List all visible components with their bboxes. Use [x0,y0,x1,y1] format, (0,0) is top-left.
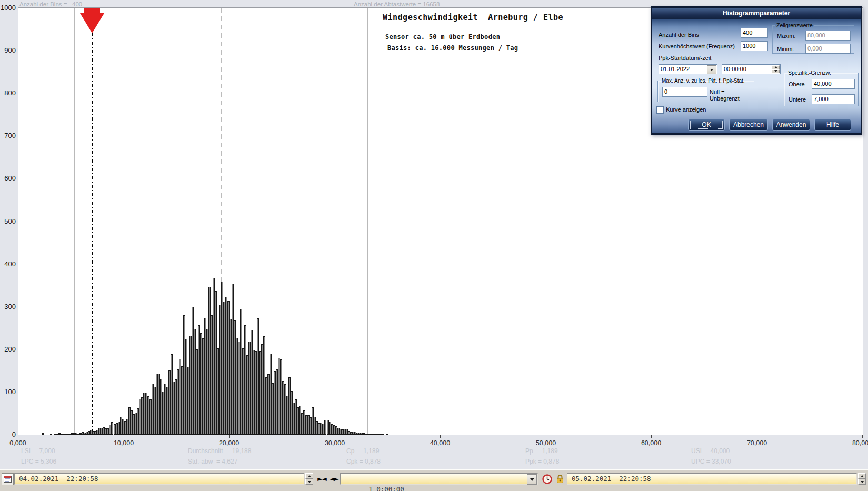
max-points-group-title: Max. Anz. v. zu les. Pkt. f. Ppk-Stat. [660,78,746,84]
y-axis-tick-label: 0 [0,430,16,438]
stat-value: Pp = 1,189 [525,447,558,455]
y-axis-tick-label: 600 [0,174,16,182]
arrows-outward-icon: ◄► [330,475,338,483]
end-datetime-field[interactable]: 05.02.2021 22:20:58 [567,473,857,485]
refline-lpc [74,8,75,435]
lower-limit-label: Untere [789,96,806,103]
spec-limits-group: Spezifik.-Grenzw. Obere 40,000 Untere 7,… [784,69,859,106]
x-axis-tick-label: 30,000 [316,439,353,447]
interval-dropdown-button[interactable] [527,474,537,485]
lock-button[interactable] [555,474,565,484]
chevron-down-icon [530,478,534,481]
x-axis-tick-label: 60,000 [633,439,670,447]
x-axis-tick [546,435,546,438]
histogram-parameter-dialog[interactable]: Histogrammparameter Anzahl der Bins 400 … [651,6,862,135]
x-axis-tick-label: 10,000 [105,439,142,447]
start-datetime-spinner[interactable] [305,473,313,485]
samples-count-label: Anzahl der Abtastwerte = 16658 [354,1,440,7]
minim-label: Minim. [777,46,794,52]
y-axis-tick-label: 700 [0,132,16,139]
stat-value: Durchschnitt = 19,188 [188,447,251,455]
zoom-out-range-button[interactable]: ◄► [328,474,340,484]
cell-limits-group-title: Zellgrenzwerte [775,22,814,28]
histogram-bar [386,434,388,435]
spin-down-icon [308,481,311,483]
apply-button[interactable]: Anwenden [772,119,810,131]
clock-button[interactable] [542,474,552,484]
y-axis-tick-label: 1000 [0,4,16,12]
ppk-date-select[interactable]: 01.01.2022 [659,64,717,74]
show-curve-label: Kurve anzeigen [666,106,706,113]
upper-limit-input[interactable]: 40,000 [812,79,855,89]
calendar-icon [4,475,12,483]
arrows-inward-icon: ►◄ [317,475,326,483]
spin-down-icon [774,70,777,72]
y-axis-tick-label: 900 [0,46,16,54]
lsl-red-arrow-marker [80,8,104,34]
x-axis-tick [18,435,18,438]
chart-subtitle-2: Basis: ca. 16.000 Messungen / Tag [387,44,518,52]
y-axis-tick-label: 100 [0,388,16,396]
ok-button[interactable]: OK [688,119,725,131]
max-points-hint: Null = Unbegrenzt [710,89,754,102]
app-window: Anzahl der Bins = 400 Anzahl der Abtastw… [0,0,868,491]
show-curve-checkbox[interactable] [656,106,664,114]
curve-max-input[interactable]: 1000 [741,41,768,51]
refline-usl [441,8,441,435]
cancel-button[interactable]: Abbrechen [729,119,768,131]
zoom-in-range-button[interactable]: ►◄ [316,474,327,484]
x-axis-tick [440,435,441,438]
y-axis-tick-label: 400 [0,260,16,268]
x-axis-tick-label: 70,000 [739,439,775,447]
refline-lsl [92,8,93,435]
ppk-time-input[interactable]: 00:00:00 [722,64,781,74]
histogram-bar [42,433,44,435]
chart-subtitle-1: Sensor ca. 50 m über Erdboden [385,33,500,41]
dialog-titlebar[interactable]: Histogrammparameter [652,8,861,19]
x-axis-tick [862,435,863,438]
x-axis-tick-label: 80,000 [844,439,868,447]
y-axis-tick-label: 200 [0,345,16,353]
spin-up-icon [308,475,311,477]
curve-max-field-label: Kurvenhöchstwert (Frequenz) [659,43,735,49]
stat-value: Std.-abw = 4,627 [188,458,237,465]
spin-up-icon [774,66,777,68]
x-axis-tick [757,435,757,438]
interval-dropdown[interactable]: 1 0:00:00 [340,473,538,485]
spin-up-icon [861,475,864,477]
lower-limit-input[interactable]: 7,000 [812,94,855,104]
stat-value: Cp = 1,189 [346,447,379,455]
y-axis-tick-label: 500 [0,217,16,225]
minim-input[interactable]: 0,000 [805,44,851,54]
help-button[interactable]: Hilfe [814,119,851,131]
max-points-group: Max. Anz. v. zu les. Pkt. f. Ppk-Stat. 0… [657,78,754,102]
focus-ring [690,121,723,129]
timeline-status-bar: 04.02.2021 22:20:58 ►◄ ◄► 1 0:00:00 [0,469,868,491]
y-axis-tick-label: 300 [0,303,16,310]
stat-value: UPC = 33,070 [691,458,731,465]
calendar-button[interactable] [2,473,14,485]
stat-value: Ppk = 0,878 [525,458,559,465]
end-datetime-spinner[interactable] [858,473,866,485]
date-dropdown-button[interactable] [707,65,716,74]
x-axis-tick [335,435,335,438]
chevron-down-icon [710,69,713,71]
chart-title: Windgeschwindigkeit Arneburg / Elbe [383,13,563,22]
histogram-bar [50,434,52,435]
cell-limits-group: Zellgrenzwerte Maxim. 80,000 Minim. 0,00… [772,22,854,54]
stat-value: LSL = 7,000 [21,447,55,455]
bins-field-label: Anzahl der Bins [659,32,699,38]
spin-down-icon [861,481,864,483]
stat-value: Cpk = 0,878 [346,458,381,465]
histogram-bar [382,434,384,435]
x-axis-tick [124,435,124,438]
time-spinner[interactable] [772,65,780,73]
max-points-input[interactable]: 0 [662,87,707,97]
maxim-input[interactable]: 80,000 [805,31,851,41]
start-datetime-field[interactable]: 04.02.2021 22:20:58 [14,473,304,485]
bins-input[interactable]: 400 [741,28,768,38]
x-axis-tick [229,435,230,438]
x-axis-tick-label: 50,000 [527,439,564,447]
stat-value: LPC = 5,306 [21,458,56,465]
x-axis-tick-label: 40,000 [422,439,458,447]
